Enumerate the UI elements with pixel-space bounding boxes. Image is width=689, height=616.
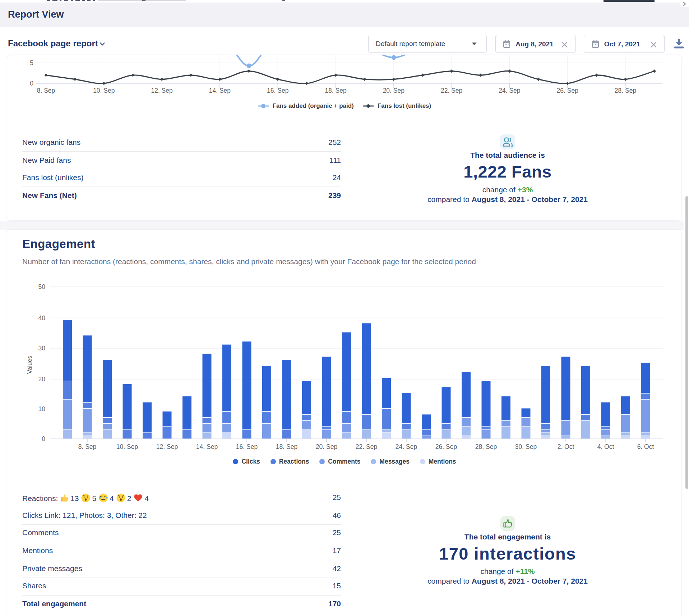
svg-text:0: 0 bbox=[42, 435, 45, 442]
svg-text:Values: Values bbox=[26, 356, 33, 374]
svg-text:24. Sep: 24. Sep bbox=[499, 87, 520, 94]
svg-text:28. Sep: 28. Sep bbox=[475, 443, 497, 450]
svg-text:16. Sep: 16. Sep bbox=[267, 87, 288, 94]
svg-text:6. Oct: 6. Oct bbox=[637, 443, 654, 450]
svg-text:8. Sep: 8. Sep bbox=[78, 443, 97, 450]
svg-text:12. Sep: 12. Sep bbox=[151, 87, 172, 94]
svg-text:22. Sep: 22. Sep bbox=[356, 443, 377, 450]
svg-text:20: 20 bbox=[38, 376, 46, 383]
svg-text:28. Sep: 28. Sep bbox=[615, 87, 636, 94]
svg-text:40: 40 bbox=[38, 314, 46, 322]
svg-text:10. Sep: 10. Sep bbox=[93, 87, 115, 94]
svg-text:30. Sep: 30. Sep bbox=[515, 443, 537, 450]
svg-text:20. Sep: 20. Sep bbox=[383, 87, 404, 94]
svg-text:2. Oct: 2. Oct bbox=[558, 443, 574, 450]
svg-text:14. Sep: 14. Sep bbox=[196, 443, 218, 450]
svg-text:18. Sep: 18. Sep bbox=[325, 87, 346, 94]
svg-text:0: 0 bbox=[30, 80, 33, 87]
svg-text:50: 50 bbox=[38, 283, 46, 290]
svg-text:12. Sep: 12. Sep bbox=[156, 443, 178, 450]
svg-text:26. Sep: 26. Sep bbox=[435, 443, 457, 450]
svg-text:10: 10 bbox=[38, 405, 46, 413]
svg-text:14. Sep: 14. Sep bbox=[209, 87, 231, 94]
svg-text:10. Sep: 10. Sep bbox=[116, 443, 138, 450]
svg-text:4. Oct: 4. Oct bbox=[597, 443, 614, 450]
svg-text:16. Sep: 16. Sep bbox=[236, 443, 258, 450]
svg-text:8. Sep: 8. Sep bbox=[37, 87, 55, 94]
svg-text:26. Sep: 26. Sep bbox=[557, 87, 578, 94]
svg-text:5: 5 bbox=[30, 59, 33, 66]
svg-text:20. Sep: 20. Sep bbox=[316, 443, 337, 450]
svg-text:18. Sep: 18. Sep bbox=[276, 443, 297, 450]
svg-text:30: 30 bbox=[38, 345, 46, 352]
svg-text:24. Sep: 24. Sep bbox=[396, 443, 417, 450]
svg-text:22. Sep: 22. Sep bbox=[441, 87, 462, 94]
